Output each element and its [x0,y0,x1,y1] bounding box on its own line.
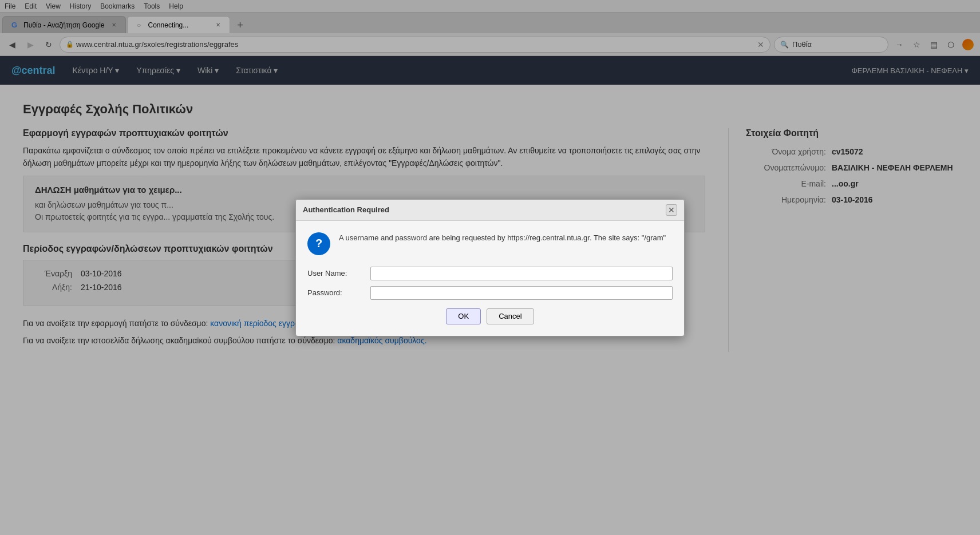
dialog-message-area: ? A username and password are being requ… [307,232,673,255]
dialog-header: Authentication Required ✕ [296,200,684,221]
username-input[interactable] [370,267,673,280]
dialog-overlay: Authentication Required ✕ ? A username a… [0,0,980,535]
dialog-title: Authentication Required [303,205,389,214]
dialog-close-button[interactable]: ✕ [666,204,677,216]
password-row: Password: [307,286,673,300]
password-form-label: Password: [307,288,370,297]
ok-button[interactable]: OK [446,308,481,324]
dialog-buttons: OK Cancel [307,308,673,324]
cancel-button[interactable]: Cancel [487,308,534,324]
dialog-body: ? A username and password are being requ… [296,221,684,336]
dialog-form: User Name: Password: [307,267,673,300]
auth-dialog: Authentication Required ✕ ? A username a… [295,199,685,336]
username-form-label: User Name: [307,269,370,278]
password-input[interactable] [370,286,673,300]
username-row: User Name: [307,267,673,280]
dialog-message: A username and password are being reques… [339,232,673,255]
dialog-question-icon: ? [307,232,330,255]
